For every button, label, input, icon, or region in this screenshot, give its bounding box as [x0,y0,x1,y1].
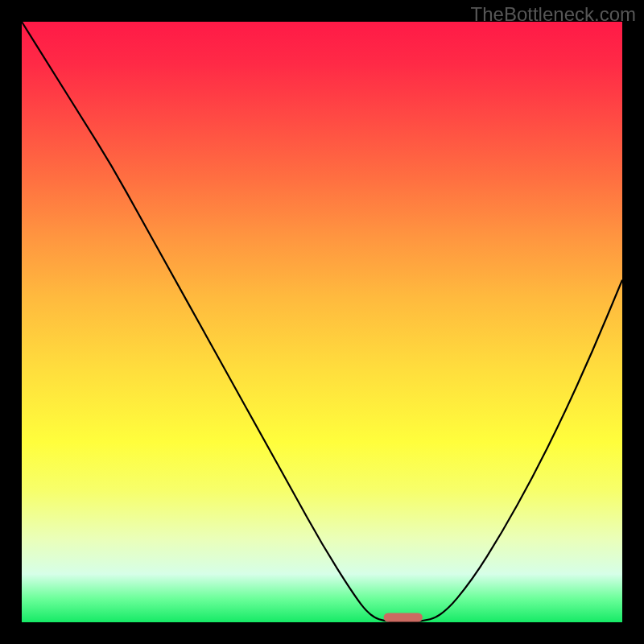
bottleneck-curve [22,22,622,622]
bottleneck-curve-svg [22,22,622,622]
watermark-text: TheBottleneck.com [471,3,636,26]
plot-area [22,22,622,622]
